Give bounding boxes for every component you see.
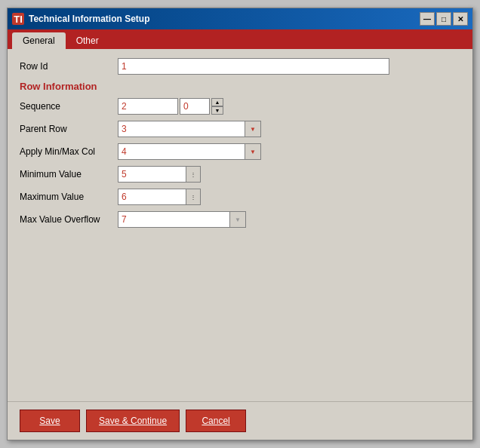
tab-other[interactable]: Other [66, 32, 109, 49]
row-information-header: Row Information [20, 81, 460, 92]
sequence-spinbox: ▲ ▼ [118, 98, 223, 115]
app-icon: TI [12, 13, 24, 25]
max-overflow-select-container: ▼ [118, 211, 246, 228]
max-overflow-input[interactable] [118, 211, 246, 228]
apply-min-max-row: Apply Min/Max Col ▼ [20, 143, 460, 160]
maximum-value-spin[interactable]: ⋮ [186, 189, 201, 205]
parent-row-input[interactable] [118, 121, 261, 137]
save-button[interactable]: Save [20, 410, 80, 432]
window-title: Technical Information Setup [29, 14, 149, 24]
row-id-input[interactable] [118, 58, 389, 75]
parent-row-select-container: ▼ [118, 121, 261, 137]
maximum-value-label: Maximum Value [20, 192, 118, 202]
minimize-button[interactable]: — [420, 12, 435, 26]
row-id-row: Row Id [20, 58, 460, 75]
cancel-button[interactable]: Cancel [186, 410, 246, 432]
title-bar-left: TI Technical Information Setup [12, 13, 149, 25]
max-overflow-label: Max Value Overflow [20, 214, 118, 225]
content-area: Row Id Row Information Sequence ▲ ▼ [8, 49, 472, 401]
max-overflow-row: Max Value Overflow ▼ [20, 211, 460, 228]
form-section: Row Id Row Information Sequence ▲ ▼ [20, 58, 460, 392]
apply-min-max-dropdown-arrow[interactable]: ▼ [245, 143, 261, 160]
apply-min-max-input[interactable] [118, 143, 261, 160]
max-overflow-dropdown-arrow[interactable]: ▼ [229, 211, 246, 228]
main-window: TI Technical Information Setup — □ ✕ Gen… [7, 8, 473, 440]
parent-row-label: Parent Row [20, 124, 118, 134]
title-buttons: — □ ✕ [420, 12, 468, 26]
minimum-value-row: Minimum Value ⋮ [20, 166, 460, 183]
sequence-spin-buttons: ▲ ▼ [211, 98, 223, 115]
sequence-label: Sequence [20, 101, 118, 112]
sequence-spin-up[interactable]: ▲ [211, 98, 223, 106]
tab-bar: General Other [8, 29, 472, 49]
row-id-label: Row Id [20, 61, 118, 72]
sequence-row: Sequence ▲ ▼ [20, 98, 460, 115]
sequence-input[interactable] [118, 98, 178, 115]
maximize-button[interactable]: □ [436, 12, 451, 26]
minimum-value-label: Minimum Value [20, 169, 118, 180]
sequence-right-input[interactable] [180, 98, 210, 115]
minimum-value-spin[interactable]: ⋮ [186, 166, 201, 183]
title-bar: TI Technical Information Setup — □ ✕ [8, 8, 472, 29]
parent-row-row: Parent Row ▼ [20, 121, 460, 137]
footer: Save Save & Continue Cancel [8, 401, 472, 440]
save-continue-button[interactable]: Save & Continue [86, 410, 180, 432]
maximum-value-container: ⋮ [118, 189, 201, 205]
tab-general[interactable]: General [12, 32, 66, 49]
apply-min-max-label: Apply Min/Max Col [20, 146, 118, 157]
minimum-value-container: ⋮ [118, 166, 201, 183]
maximum-value-row: Maximum Value ⋮ [20, 189, 460, 205]
apply-min-max-select-container: ▼ [118, 143, 261, 160]
sequence-spin-down[interactable]: ▼ [211, 106, 223, 115]
parent-row-dropdown-arrow[interactable]: ▼ [245, 121, 261, 137]
close-button[interactable]: ✕ [453, 12, 468, 26]
